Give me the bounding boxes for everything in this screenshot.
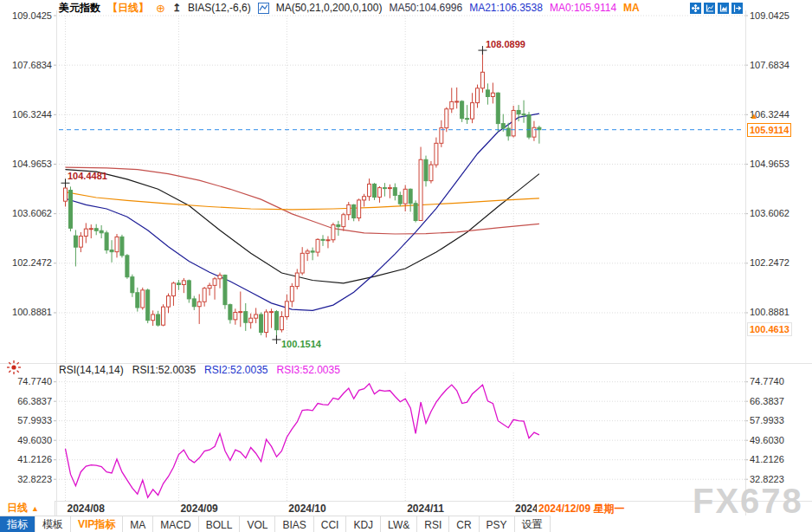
toolbar-item-BOLL[interactable]: BOLL (199, 516, 241, 532)
current-date-label: 2024/12/09 星期一 (537, 502, 626, 516)
month-label: 2024/11 (407, 503, 444, 515)
toolbar-item-模板[interactable]: 模板 (35, 516, 71, 532)
ma-line-MA200 (66, 167, 539, 234)
rsi-axis-label-left: 32.8223 (2, 474, 52, 485)
live-indicator-icon[interactable] (5, 359, 23, 380)
ma-more-label: MA (623, 2, 640, 14)
rsi-axis-label-left: 66.3837 (2, 396, 52, 407)
y-axis-label-left: 104.9653 (2, 159, 52, 170)
rsi-line (66, 384, 539, 497)
area-chart-icon[interactable] (718, 3, 729, 14)
rsi-axis-label-right: 57.9933 (750, 415, 800, 426)
y-axis-label-right: 103.6062 (750, 208, 800, 219)
current-price-badge: 105.9114 (747, 123, 791, 137)
toolbar-item-MACD[interactable]: MACD (153, 516, 198, 532)
rsi1-value: RSI1:52.0035 (132, 364, 196, 376)
chart-app: 美元指数 【日线】 ⊕ ↥ BIAS(12,-6,6) MA(50,21,0,2… (0, 0, 812, 532)
ma-line-MA21 (66, 114, 539, 310)
period-label[interactable]: 【日线】 (107, 1, 149, 16)
y-axis-label-left: 100.8881 (2, 307, 52, 318)
toolbar-item-设置[interactable]: 设置 (515, 516, 551, 532)
ma50-value: MA50:104.6996 (389, 2, 462, 14)
gridlines (0, 10, 812, 516)
rsi-axis-label-right: 74.7740 (750, 376, 800, 387)
toolbar-item-CCI[interactable]: CCI (314, 516, 347, 532)
rsi3-value: RSI3:52.0035 (277, 364, 340, 376)
toolbar-item-PSY[interactable]: PSY (480, 516, 515, 532)
low-marker-label: 100.1514 (281, 339, 321, 349)
toolbar-item-RSI[interactable]: RSI (417, 516, 449, 532)
y-axis-label-right: 102.2472 (750, 257, 800, 269)
ma21-value: MA21:106.3538 (469, 2, 543, 14)
month-label: 2024/08 (68, 503, 105, 515)
chart-tool-icons (690, 3, 743, 14)
toolbar-item-MA[interactable]: MA (123, 516, 153, 532)
toolbar-item-指标[interactable]: 指标 (0, 516, 35, 532)
chart-canvas[interactable] (0, 0, 812, 532)
y-axis-label-left: 103.6062 (2, 208, 52, 219)
open-high-marker-label: 104.4481 (68, 171, 107, 181)
period-selector-button[interactable]: 日线 ▲ (0, 501, 55, 516)
rsi2-value: RSI2:52.0035 (204, 364, 267, 376)
toolbar-item-BIAS[interactable]: BIAS (275, 516, 313, 532)
toolbar-item-LW&[interactable]: LW& (381, 516, 417, 532)
symbol-title: 美元指数 (59, 1, 100, 16)
ma0-value: MA0:105.9114 (550, 2, 616, 14)
rsi-axis-label-right: 32.8223 (750, 474, 800, 485)
pin-top-icon[interactable]: ↥ (172, 2, 181, 14)
rsi-axis-label-right: 66.3837 (750, 396, 800, 407)
add-indicator-icon[interactable]: ⊕ (156, 3, 165, 14)
y-axis-label-right: 109.0425 (750, 10, 800, 22)
period-selector-label: 日线 (7, 501, 28, 516)
ma-line-MA100 (66, 192, 539, 210)
rsi-header: RSI(14,14,14) RSI1:52.0035 RSI2:52.0035 … (59, 364, 340, 376)
aux-low-badge: 100.4613 (747, 322, 792, 336)
y-axis-label-left: 106.3244 (2, 109, 52, 120)
move-chart-icon[interactable] (690, 3, 701, 14)
rsi-title: RSI(14,14,14) (59, 364, 124, 376)
toolbar-item-VIP指标[interactable]: VIP指标 (71, 516, 123, 532)
ma-group-label: MA(50,21,0,200,0,100) (276, 2, 383, 14)
ma-lines (66, 114, 539, 310)
month-label-partial: 2024 (515, 503, 538, 515)
toolbar-item-KDJ[interactable]: KDJ (346, 516, 381, 532)
zoom-axes-icon[interactable] (704, 3, 715, 14)
toolbar-item-CR[interactable]: CR (449, 516, 479, 532)
period-arrow-icon: ▲ (31, 504, 39, 513)
high-marker-label: 108.0899 (486, 39, 525, 49)
rsi-axis-label-right: 49.6030 (750, 435, 800, 446)
bias-indicator-label: BIAS(12,-6,6) (188, 2, 251, 14)
month-label: 2024/09 (180, 503, 217, 515)
toolbar-item-VOL[interactable]: VOL (240, 516, 275, 532)
pan-right-icon[interactable] (731, 3, 743, 14)
y-axis-label-right: 100.8881 (750, 307, 800, 318)
y-axis-label-right: 104.9653 (750, 159, 800, 170)
rsi-plot (66, 384, 539, 497)
candles (64, 50, 541, 340)
rsi-axis-label-right: 41.2126 (750, 454, 800, 465)
ma-chart-icon (258, 3, 269, 14)
y-axis-label-left: 102.2472 (2, 257, 52, 269)
rsi-axis-label-left: 41.2126 (2, 454, 52, 465)
rsi-axis-label-left: 49.6030 (2, 435, 52, 446)
y-axis-label-left: 109.0425 (2, 10, 52, 22)
watermark: FX678 (693, 482, 803, 521)
y-axis-label-left: 107.6834 (2, 60, 52, 71)
price-arrow-icon: ▲ (750, 111, 758, 120)
rsi-axis-label-left: 57.9933 (2, 415, 52, 426)
month-label: 2024/10 (288, 503, 325, 515)
indicator-toolbar: 指标模板VIP指标MAMACDBOLLVOLBIASCCIKDJLW&RSICR… (0, 516, 551, 532)
y-axis-label-right: 107.6834 (750, 60, 800, 71)
chart-header: 美元指数 【日线】 ⊕ ↥ BIAS(12,-6,6) MA(50,21,0,2… (59, 2, 640, 14)
